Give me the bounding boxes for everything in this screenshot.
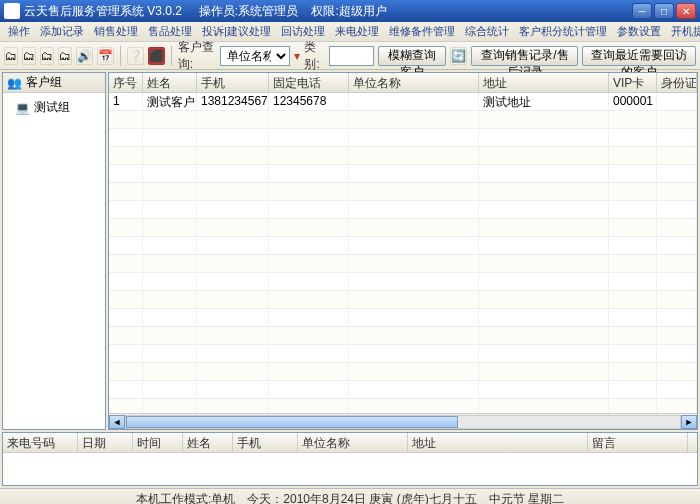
- table-cell: [609, 309, 657, 326]
- toolbar: 🗂 🗂 🗂 🗂 🔊 📅 ❔ ⬛ 客户查询: 单位名称 ▾ 类别: 模糊查询客户 …: [0, 42, 700, 70]
- table-cell: [269, 345, 349, 362]
- table-row[interactable]: [109, 345, 697, 363]
- menu-item[interactable]: 操作: [4, 22, 34, 41]
- recent-visit-button[interactable]: 查询最近需要回访的客户: [582, 46, 696, 66]
- table-row[interactable]: [109, 327, 697, 345]
- table-cell: 12345678: [269, 93, 349, 110]
- table-cell: [479, 147, 609, 164]
- scroll-left-icon[interactable]: ◄: [109, 415, 125, 429]
- table-row[interactable]: [109, 291, 697, 309]
- table-cell: [609, 129, 657, 146]
- column-header[interactable]: VIP卡: [609, 73, 657, 92]
- scroll-thumb[interactable]: [126, 416, 458, 428]
- table-cell: [657, 345, 697, 362]
- tree-item[interactable]: 💻 测试组: [7, 97, 101, 118]
- menu-item[interactable]: 开机提醒: [667, 22, 700, 41]
- table-row[interactable]: [109, 255, 697, 273]
- table-cell: [143, 273, 197, 290]
- stop-icon[interactable]: ⬛: [148, 47, 165, 65]
- column-header[interactable]: 手机: [233, 433, 298, 452]
- help-icon[interactable]: ❔: [127, 47, 144, 65]
- scroll-right-icon[interactable]: ►: [681, 415, 697, 429]
- table-cell: [479, 399, 609, 413]
- table-cell: [197, 183, 269, 200]
- table-cell: [657, 201, 697, 218]
- work-mode-label: 本机工作模式:单机: [136, 491, 235, 504]
- minimize-button[interactable]: ─: [632, 3, 652, 19]
- column-header[interactable]: 手机: [197, 73, 269, 92]
- table-cell: [109, 381, 143, 398]
- table-row[interactable]: [109, 111, 697, 129]
- column-header[interactable]: 地址: [479, 73, 609, 92]
- table-cell: [197, 345, 269, 362]
- table-row[interactable]: [109, 147, 697, 165]
- table-cell: [143, 111, 197, 128]
- audio-icon[interactable]: 🔊: [76, 47, 93, 65]
- column-header[interactable]: 姓名: [183, 433, 233, 452]
- column-header[interactable]: 时间: [133, 433, 183, 452]
- column-header[interactable]: 留言: [588, 433, 688, 452]
- table-cell: [349, 399, 479, 413]
- fuzzy-search-button[interactable]: 模糊查询客户: [378, 46, 446, 66]
- table-row[interactable]: [109, 237, 697, 255]
- table-row[interactable]: [109, 183, 697, 201]
- column-header[interactable]: 地址: [408, 433, 588, 452]
- refresh-icon[interactable]: 🔄: [450, 47, 467, 65]
- menu-item[interactable]: 维修备件管理: [385, 22, 459, 41]
- search-field-select[interactable]: 单位名称: [220, 46, 290, 66]
- table-cell: [269, 399, 349, 413]
- table-cell: [609, 237, 657, 254]
- table-cell: [109, 309, 143, 326]
- menu-item[interactable]: 综合统计: [461, 22, 513, 41]
- table-cell: [143, 129, 197, 146]
- table-cell: [479, 345, 609, 362]
- calendar-icon[interactable]: 📅: [97, 47, 114, 65]
- call-log-grid: 来电号码日期时间姓名手机单位名称地址留言: [2, 432, 698, 486]
- table-cell: [657, 381, 697, 398]
- menu-item[interactable]: 来电处理: [331, 22, 383, 41]
- table-row[interactable]: [109, 219, 697, 237]
- menu-item[interactable]: 添加记录: [36, 22, 88, 41]
- menu-item[interactable]: 客户积分统计管理: [515, 22, 611, 41]
- column-header[interactable]: 单位名称: [349, 73, 479, 92]
- table-cell: [197, 201, 269, 218]
- column-header[interactable]: 固定电话: [269, 73, 349, 92]
- column-header[interactable]: 姓名: [143, 73, 197, 92]
- maximize-button[interactable]: □: [654, 3, 674, 19]
- table-row[interactable]: [109, 201, 697, 219]
- table-row[interactable]: [109, 399, 697, 413]
- tree-item-label: 测试组: [34, 99, 70, 116]
- close-button[interactable]: ✕: [676, 3, 696, 19]
- table-cell: [269, 327, 349, 344]
- holiday-label: 中元节 星期二: [489, 491, 564, 504]
- table-cell: [109, 147, 143, 164]
- record2-icon[interactable]: 🗂: [22, 47, 36, 65]
- column-header[interactable]: 日期: [78, 433, 133, 452]
- table-row[interactable]: [109, 309, 697, 327]
- tree-panel: 👥 客户组 💻 测试组: [2, 72, 106, 430]
- table-row[interactable]: [109, 129, 697, 147]
- divider: [120, 46, 121, 66]
- table-row[interactable]: [109, 381, 697, 399]
- record-icon[interactable]: 🗂: [4, 47, 18, 65]
- table-cell: [349, 291, 479, 308]
- record4-icon[interactable]: 🗂: [58, 47, 72, 65]
- table-row[interactable]: [109, 363, 697, 381]
- menu-item[interactable]: 销售处理: [90, 22, 142, 41]
- table-row[interactable]: [109, 273, 697, 291]
- column-header[interactable]: 序号: [109, 73, 143, 92]
- table-row[interactable]: [109, 165, 697, 183]
- table-cell: [609, 219, 657, 236]
- menu-item[interactable]: 参数设置: [613, 22, 665, 41]
- table-cell: [657, 183, 697, 200]
- table-cell: 1: [109, 93, 143, 110]
- column-header[interactable]: 单位名称: [298, 433, 408, 452]
- column-header[interactable]: 身份证: [657, 73, 697, 92]
- horizontal-scrollbar[interactable]: ◄ ►: [109, 413, 697, 429]
- sales-record-button[interactable]: 查询销售记录/售后记录: [471, 46, 578, 66]
- table-cell: [109, 129, 143, 146]
- table-row[interactable]: 1测试客户1381234567812345678测试地址000001: [109, 93, 697, 111]
- column-header[interactable]: 来电号码: [3, 433, 78, 452]
- record3-icon[interactable]: 🗂: [40, 47, 54, 65]
- keyword-input[interactable]: [329, 46, 374, 66]
